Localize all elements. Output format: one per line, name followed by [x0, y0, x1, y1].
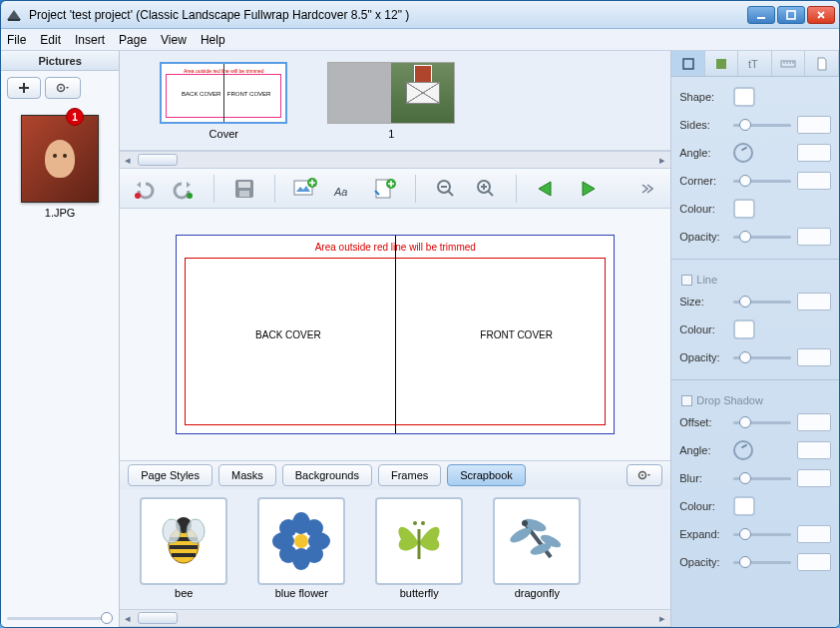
shadow-offset-value[interactable] [797, 413, 831, 431]
shadow-blur-value[interactable] [797, 469, 831, 487]
assets-scrollbar[interactable]: ◂ ▸ [120, 609, 670, 627]
asset-item[interactable]: dragonfly [493, 497, 581, 599]
fill-opacity-value[interactable] [797, 228, 831, 246]
asset-item[interactable]: blue flower [257, 497, 345, 599]
back-cover-label: BACK COVER [255, 329, 321, 340]
prop-tab-page[interactable] [805, 51, 839, 76]
assets-panel: Page Styles Masks Backgrounds Frames Scr… [120, 460, 670, 627]
main-area: Pictures 1 1.JPG Area outside red line [1, 51, 839, 627]
scroll-left-icon[interactable]: ◂ [120, 610, 136, 626]
line-colour-picker[interactable] [733, 319, 755, 339]
asset-item[interactable]: butterfly [375, 497, 463, 599]
toolbar-overflow-icon[interactable] [632, 175, 660, 203]
shadow-expand-slider[interactable] [733, 533, 791, 536]
pictures-panel: Pictures 1 1.JPG [1, 51, 120, 627]
shadow-opacity-slider[interactable] [733, 561, 791, 564]
add-page-button[interactable] [371, 175, 399, 203]
pictures-header: Pictures [1, 51, 119, 71]
fill-opacity-slider[interactable] [733, 236, 791, 239]
shadow-colour-picker[interactable] [733, 496, 755, 516]
line-opacity-slider[interactable] [733, 356, 791, 359]
asset-item[interactable]: bee [140, 497, 227, 599]
label-opacity: Opacity: [679, 231, 727, 243]
redo-button[interactable] [170, 175, 198, 203]
next-page-button[interactable] [573, 175, 601, 203]
line-size-slider[interactable] [733, 301, 791, 304]
add-image-button[interactable] [291, 175, 319, 203]
prop-tab-text[interactable]: tT [738, 51, 772, 76]
zoom-out-button[interactable] [432, 175, 460, 203]
svg-point-33 [421, 521, 425, 525]
label-line-opacity: Opacity: [679, 351, 727, 363]
maximize-button[interactable] [777, 6, 805, 24]
prev-page-button[interactable] [533, 175, 561, 203]
menu-edit[interactable]: Edit [40, 33, 61, 47]
angle-dial[interactable] [733, 143, 753, 163]
spread-page-1[interactable]: 1 [327, 62, 455, 140]
scroll-right-icon[interactable]: ▸ [654, 152, 670, 168]
add-picture-button[interactable] [7, 77, 41, 99]
prop-tab-image[interactable] [705, 51, 739, 76]
svg-rect-8 [238, 182, 250, 188]
tab-page-styles[interactable]: Page Styles [128, 464, 212, 486]
spreads-scrollbar[interactable]: ◂ ▸ [120, 151, 670, 169]
close-button[interactable] [807, 6, 835, 24]
menu-view[interactable]: View [161, 33, 187, 47]
tab-scrapbook[interactable]: Scrapbook [447, 464, 526, 486]
label-offset: Offset: [679, 416, 727, 428]
tab-masks[interactable]: Masks [218, 464, 276, 486]
sides-value[interactable] [797, 116, 831, 134]
sides-slider[interactable] [733, 124, 791, 127]
center-area: Area outside red line will be trimmed BA… [120, 51, 671, 627]
picture-zoom-slider[interactable] [1, 609, 119, 627]
add-text-button[interactable]: Aa [331, 175, 359, 203]
label-angle: Angle: [679, 147, 727, 159]
asset-caption: blue flower [257, 587, 345, 599]
angle-value[interactable] [797, 144, 831, 162]
properties-panel: tT Shape: Sides: Angle: Corner: Colour: … [671, 51, 839, 627]
menu-help[interactable]: Help [201, 33, 225, 47]
tab-backgrounds[interactable]: Backgrounds [282, 464, 372, 486]
shadow-angle-dial[interactable] [733, 440, 753, 460]
menubar: File Edit Insert Page View Help [1, 29, 839, 51]
picture-usage-badge: 1 [66, 108, 84, 126]
prop-tab-ruler[interactable] [772, 51, 806, 76]
minimize-button[interactable] [747, 6, 775, 24]
shape-picker[interactable] [733, 87, 755, 107]
shadow-offset-slider[interactable] [733, 421, 791, 424]
shadow-angle-value[interactable] [797, 441, 831, 459]
corner-slider[interactable] [733, 180, 791, 183]
undo-button[interactable] [130, 175, 158, 203]
prop-tab-shape[interactable] [671, 51, 705, 76]
picture-thumbnail[interactable]: 1 [21, 115, 99, 203]
cover-canvas[interactable]: Area outside red line will be trimmed BA… [176, 235, 615, 434]
svg-point-4 [60, 87, 62, 89]
save-button[interactable] [230, 175, 258, 203]
shadow-checkbox[interactable] [681, 395, 692, 406]
section-shadow: Drop Shadow Offset: Angle: Blur: Colour:… [671, 384, 839, 580]
shadow-opacity-value[interactable] [797, 553, 831, 571]
svg-point-38 [522, 520, 528, 526]
scroll-left-icon[interactable]: ◂ [120, 152, 136, 168]
shadow-expand-value[interactable] [797, 525, 831, 543]
fill-colour-picker[interactable] [733, 199, 755, 219]
picture-options-button[interactable] [45, 77, 81, 99]
zoom-in-button[interactable] [472, 175, 500, 203]
shadow-blur-slider[interactable] [733, 477, 791, 480]
section-line: Line Size: Colour: Opacity: [671, 264, 839, 375]
menu-page[interactable]: Page [119, 33, 147, 47]
property-tabs: tT [671, 51, 839, 77]
corner-value[interactable] [797, 172, 831, 190]
label-corner: Corner: [679, 175, 727, 187]
line-opacity-value[interactable] [797, 348, 831, 366]
asset-tabs: Page Styles Masks Backgrounds Frames Scr… [120, 461, 670, 489]
spread-cover[interactable]: Area outside red line will be trimmed BA… [160, 62, 287, 140]
asset-options-button[interactable] [627, 464, 662, 486]
line-size-value[interactable] [797, 293, 831, 311]
line-checkbox[interactable] [681, 275, 692, 286]
canvas-area[interactable]: Area outside red line will be trimmed BA… [120, 209, 670, 460]
tab-frames[interactable]: Frames [378, 464, 441, 486]
scroll-right-icon[interactable]: ▸ [654, 610, 670, 626]
menu-file[interactable]: File [7, 33, 26, 47]
menu-insert[interactable]: Insert [75, 33, 105, 47]
